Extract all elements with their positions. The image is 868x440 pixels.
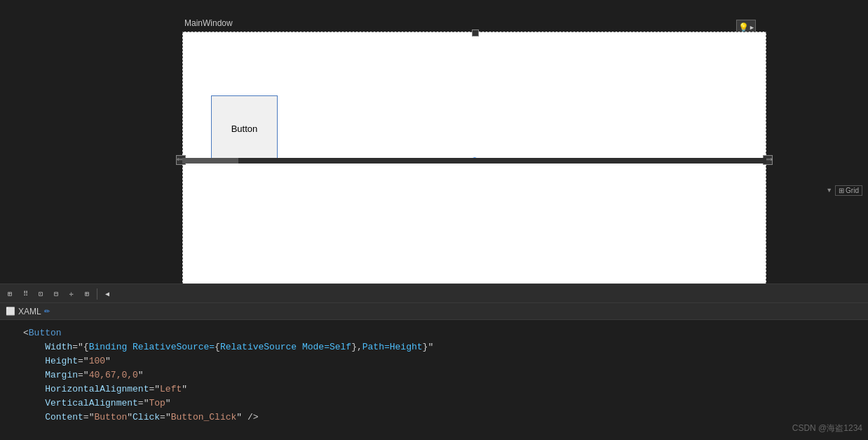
scroll-thumb[interactable] (182, 158, 238, 164)
dropdown-arrow-icon[interactable]: ▼ (826, 187, 832, 194)
grid-box-icon: ⊞ (839, 187, 844, 194)
code-attr-valign: VerticalAlignment (45, 398, 138, 408)
code-attr-height: Height (45, 356, 78, 366)
toolbar-icon-dots[interactable]: ⠿ (18, 287, 32, 301)
code-line-7: Content =" Button " Click =" Button_Clic… (23, 410, 868, 424)
designer-scrollbar[interactable] (182, 158, 766, 164)
grid-indicator: ▼ ⊞ Grid (826, 182, 862, 199)
xaml-tab-icon: ⬜ (6, 307, 15, 316)
code-editor: <Button Width =" { Binding RelativeSourc… (0, 319, 868, 440)
code-content: <Button Width =" { Binding RelativeSourc… (18, 320, 868, 440)
toolbar-icon-square[interactable]: ⊡ (34, 287, 48, 301)
xaml-tab-area: ⬜ XAML ✏ ▼ ⊞ Grid (0, 302, 868, 319)
code-line-6: VerticalAlignment =" Top " (23, 396, 868, 410)
chevron-right-icon: ▶ (750, 24, 754, 32)
toolbar-icon-grid[interactable]: ⊞ (3, 287, 17, 301)
resize-handle-top[interactable] (472, 29, 477, 35)
xaml-tab-label: XAML (18, 307, 41, 316)
xaml-edit-icon[interactable]: ✏ (44, 307, 50, 315)
code-line-3: Height =" 100 " (23, 354, 868, 368)
code-attr-halign: HorizontalAlignment (45, 384, 149, 394)
line-numbers (0, 320, 18, 440)
toolbar-icon-minus[interactable]: ⊟ (49, 287, 63, 301)
code-attr-margin: Margin (45, 370, 78, 380)
click-handler: Button_Click (171, 412, 237, 422)
button-label: Button (231, 124, 258, 134)
code-attr-content: Content (45, 412, 83, 422)
bottom-toolbar: ⊞ ⠿ ⊡ ⊟ ✛ ⊞ ◀ (0, 284, 868, 303)
watermark: CSDN @海盗1234 (792, 422, 862, 434)
grid-icon-box[interactable]: ⊞ Grid (835, 185, 862, 196)
code-line-1: <Button (23, 326, 868, 340)
code-punct-1: < (23, 328, 29, 338)
toolbar-icon-cross[interactable]: ✛ (65, 287, 79, 301)
grid-label: Grid (846, 187, 859, 194)
toolbar-icon-box[interactable]: ⊞ (80, 287, 94, 301)
code-line-5: HorizontalAlignment =" Left " (23, 382, 868, 396)
code-attr-click: Click (133, 412, 160, 422)
window-title: MainWindow (184, 18, 233, 28)
code-line-4: Margin =" 40,67,0,0 " (23, 368, 868, 382)
code-binding: Binding RelativeSource= (89, 342, 215, 352)
toolbar-separator (97, 288, 97, 300)
code-line-2: Width =" { Binding RelativeSource= { Rel… (23, 340, 868, 354)
designer-area: 💡 ▶ MainWindow ⟺ ⟺ Button (0, 0, 868, 302)
toolbar-icon-arrow[interactable]: ◀ (100, 287, 114, 301)
code-attr-width: Width (45, 342, 72, 352)
code-element-button: Button (29, 328, 62, 338)
wpf-button[interactable]: Button (211, 95, 278, 162)
xaml-tab[interactable]: ⬜ XAML ✏ (6, 307, 50, 316)
